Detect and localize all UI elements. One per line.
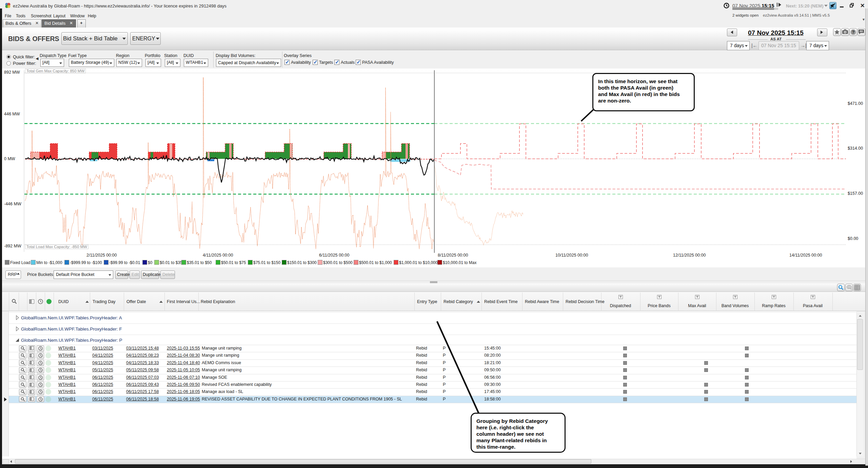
svg-text:?: ? <box>852 30 855 35</box>
